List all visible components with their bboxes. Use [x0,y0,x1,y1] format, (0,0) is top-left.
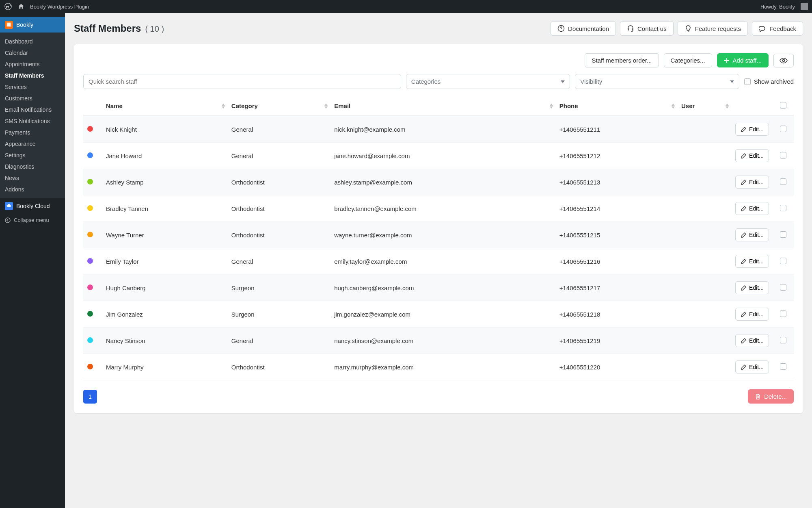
show-archived-checkbox[interactable]: Show archived [744,78,794,85]
add-staff-button[interactable]: Add staff... [717,53,769,67]
sort-icon [726,104,729,109]
cell-name: Bradley Tannen [102,195,227,222]
cell-user [677,169,731,195]
col-select-all[interactable] [776,96,794,116]
page-title-text: Staff Members [74,23,141,34]
sidebar-submenu-item[interactable]: Calendar [0,47,65,59]
sidebar-item-bookly[interactable]: Bookly [0,17,65,33]
table-row: Marry Murphy Orthodontist marry.murphy@e… [83,354,794,380]
categories-button[interactable]: Categories... [664,53,712,67]
col-phone[interactable]: Phone [555,96,677,116]
home-icon[interactable] [18,3,24,10]
categories-select[interactable]: Categories [406,74,570,89]
cell-email: hugh.canberg@example.com [330,275,555,301]
cell-category: Surgeon [227,301,330,328]
edit-icon [741,179,747,185]
checkbox-icon [780,102,786,109]
cell-phone: +14065551213 [555,169,677,195]
contact-us-button[interactable]: Contact us [620,21,674,36]
page-button[interactable]: 1 [83,390,97,404]
avatar[interactable] [801,3,808,10]
edit-button[interactable]: Edit... [735,281,769,294]
cell-email: ashley.stamp@example.com [330,169,555,195]
feedback-button[interactable]: Feedback [752,21,803,36]
documentation-button[interactable]: Documentation [551,21,616,36]
search-input[interactable] [83,74,401,89]
main-content: Staff Members ( 10 ) Documentation Conta… [65,13,812,508]
edit-button[interactable]: Edit... [735,228,769,241]
sidebar-submenu-item[interactable]: Dashboard [0,36,65,47]
sidebar-submenu-item[interactable]: Payments [0,127,65,138]
delete-button[interactable]: Delete... [748,389,794,404]
sidebar-submenu-item[interactable]: Appearance [0,138,65,150]
site-title[interactable]: Bookly Wordpress Plugin [30,4,89,10]
row-checkbox[interactable] [780,284,786,291]
feature-requests-button[interactable]: Feature requests [678,21,748,36]
sidebar-submenu-item[interactable]: Appointments [0,59,65,70]
cell-email: jane.howard@example.com [330,143,555,169]
svg-point-3 [5,218,10,223]
row-checkbox[interactable] [780,178,786,185]
sidebar-submenu-item[interactable]: SMS Notifications [0,115,65,127]
row-checkbox[interactable] [780,231,786,238]
staff-order-button[interactable]: Staff members order... [585,53,659,67]
howdy-link[interactable]: Howdy, Bookly [760,4,795,10]
collapse-menu[interactable]: Collapse menu [0,214,65,226]
checkbox-label-text: Show archived [754,78,794,85]
cell-category: Orthodontist [227,354,330,380]
edit-button[interactable]: Edit... [735,176,769,189]
admin-bar: Bookly Wordpress Plugin Howdy, Bookly [0,0,812,13]
col-label: Phone [559,102,578,109]
sidebar-submenu: DashboardCalendarAppointmentsStaff Membe… [0,33,65,198]
collapse-icon [5,217,11,223]
wordpress-logo-icon[interactable] [4,2,12,11]
row-checkbox[interactable] [780,337,786,343]
col-category[interactable]: Category [227,96,330,116]
edit-button[interactable]: Edit... [735,202,769,215]
sidebar-submenu-item[interactable]: Staff Members [0,70,65,81]
cell-phone: +14065551220 [555,354,677,380]
row-checkbox[interactable] [780,258,786,264]
staff-panel: Staff members order... Categories... Add… [74,44,803,414]
collapse-label: Collapse menu [14,217,49,223]
row-checkbox[interactable] [780,310,786,317]
cell-name: Nick Knight [102,116,227,143]
edit-button[interactable]: Edit... [735,308,769,321]
sidebar-submenu-item[interactable]: News [0,172,65,184]
button-label: Contact us [637,25,667,32]
edit-icon [741,285,747,291]
row-checkbox[interactable] [780,363,786,370]
button-label: Edit... [749,284,764,291]
row-checkbox[interactable] [780,126,786,132]
cell-email: bradley.tannen@example.com [330,195,555,222]
sidebar-submenu-item[interactable]: Addons [0,184,65,195]
visibility-toggle-button[interactable] [773,54,794,67]
col-label: User [681,102,695,109]
col-user[interactable]: User [677,96,731,116]
cell-user [677,116,731,143]
sort-icon [324,104,328,109]
col-email[interactable]: Email [330,96,555,116]
sidebar-submenu-item[interactable]: Customers [0,93,65,104]
button-label: Edit... [749,179,764,185]
admin-sidebar: Bookly DashboardCalendarAppointmentsStaf… [0,13,65,508]
cell-name: Jane Howard [102,143,227,169]
edit-button[interactable]: Edit... [735,255,769,268]
edit-button[interactable]: Edit... [735,334,769,347]
edit-button[interactable]: Edit... [735,360,769,373]
sidebar-submenu-item[interactable]: Settings [0,150,65,161]
sidebar-submenu-item[interactable]: Diagnostics [0,161,65,172]
visibility-select[interactable]: Visibility [575,74,739,89]
col-name[interactable]: Name [102,96,227,116]
sidebar-submenu-item[interactable]: Email Notifications [0,104,65,115]
edit-icon [741,364,747,370]
row-checkbox[interactable] [780,205,786,211]
edit-button[interactable]: Edit... [735,149,769,162]
sidebar-item-bookly-cloud[interactable]: Bookly Cloud [0,198,65,214]
headset-icon [627,25,634,32]
edit-button[interactable]: Edit... [735,123,769,136]
select-placeholder: Visibility [580,78,602,85]
cell-user [677,301,731,328]
row-checkbox[interactable] [780,152,786,158]
sidebar-submenu-item[interactable]: Services [0,81,65,93]
